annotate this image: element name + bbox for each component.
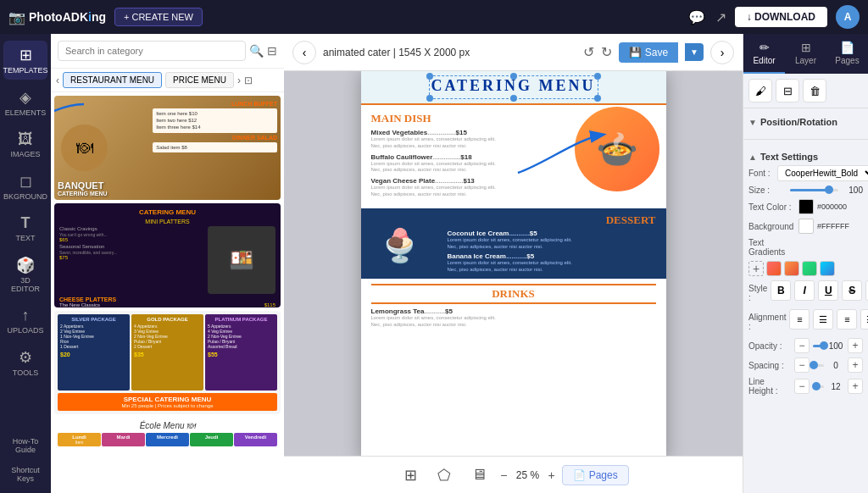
gradient-swatch-teal[interactable] <box>820 261 835 276</box>
tab-expand-button[interactable]: ⊡ <box>244 75 253 86</box>
background-color-swatch[interactable] <box>798 219 814 234</box>
opacity-slider[interactable] <box>813 345 824 347</box>
position-rotation-header[interactable]: ▼ Position/Rotation <box>748 114 863 130</box>
spacing-decrease-button[interactable]: − <box>794 357 810 373</box>
main-dish-items: Mixed Vegetables...............$15 Lorem… <box>371 129 541 198</box>
text-settings-header[interactable]: ▲ Text Settings <box>748 148 863 165</box>
user-avatar[interactable]: A <box>836 5 860 29</box>
undo-button[interactable]: ↺ <box>583 44 594 60</box>
tab-restaurant-menu[interactable]: RESTAURANT MENU <box>63 72 162 88</box>
create-new-button[interactable]: + CREATE NEW <box>114 8 203 26</box>
template-card-2[interactable]: CATERING MENU MINI PLATTERS Classic Crav… <box>54 203 281 307</box>
sidebar-label-tools: TOOLS <box>13 368 38 377</box>
zoom-value: 25 % <box>510 469 544 481</box>
spacing-slider[interactable] <box>813 364 824 367</box>
size-slider[interactable] <box>790 189 838 191</box>
sidebar-item-templates[interactable]: ⊞ TEMPLATES <box>3 41 47 80</box>
drinks-section: DRINKS Lemongrass Tea...........$5 Lorem… <box>361 279 666 334</box>
save-dropdown-button[interactable]: ▼ <box>685 43 704 61</box>
align-justify-button[interactable]: ☰ <box>860 309 868 330</box>
lasso-tool-button[interactable]: ⬠ <box>431 463 458 488</box>
sidebar-item-background[interactable]: ◻ BKGROUND <box>3 167 47 206</box>
align-center-button[interactable]: ☰ <box>813 309 833 330</box>
text-color-label: Text Color : <box>748 202 795 212</box>
sidebar-item-tools[interactable]: ⚙ TOOLS <box>3 343 47 382</box>
redo-button[interactable]: ↻ <box>601 44 612 60</box>
logo-icon: 📷 <box>8 9 25 25</box>
monitor-tool-button[interactable]: 🖥 <box>465 463 493 487</box>
position-rotation-section: ▼ Position/Rotation <box>743 108 868 136</box>
line-height-slider[interactable] <box>813 385 824 388</box>
background-color-row: Background #FFFFFF <box>748 219 863 234</box>
opacity-increase-button[interactable]: + <box>848 338 863 353</box>
search-input[interactable] <box>58 41 246 61</box>
sidebar-item-uploads[interactable]: ↑ UPLOADS <box>3 302 47 340</box>
gradient-swatch-orange[interactable] <box>784 261 799 276</box>
opacity-decrease-button[interactable]: − <box>794 338 810 353</box>
tab-layer[interactable]: ⊞ Layer <box>785 34 826 74</box>
delete-tool-button[interactable]: 🗑 <box>803 79 826 102</box>
how-to-guide[interactable]: How-To Guide <box>0 432 51 459</box>
canvas-document[interactable]: CATERING MENU MAIN DISH 🍲 <box>361 71 666 456</box>
editor-tab-label: Editor <box>753 56 775 65</box>
spacing-increase-button[interactable]: + <box>848 357 863 373</box>
canvas-toolbar: ‹ animated cater | 1545 X 2000 px ↺ ↻ 💾 … <box>284 34 743 71</box>
font-select[interactable]: CooperHewitt_Bold <box>777 165 868 181</box>
tab-prev-button[interactable]: ‹ <box>56 75 59 86</box>
gradient-add-button[interactable]: + <box>748 261 764 276</box>
pages-tab-icon: 📄 <box>840 41 854 54</box>
sidebar-item-text[interactable]: T TEXT <box>3 209 47 247</box>
line-height-decrease-button[interactable]: − <box>794 379 810 394</box>
pages-label: Pages <box>589 469 618 481</box>
search-button[interactable]: 🔍 <box>249 41 264 61</box>
italic-button[interactable]: I <box>794 280 815 301</box>
download-button[interactable]: ↓ DOWNLOAD <box>735 7 827 27</box>
main-layout: ⊞ TEMPLATES ◈ ELEMENTS 🖼 IMAGES ◻ BKGROU… <box>0 34 868 493</box>
align-right-button[interactable]: ≡ <box>837 309 857 330</box>
gradient-swatch-red[interactable] <box>766 261 782 276</box>
zoom-in-button[interactable]: + <box>548 468 554 482</box>
logo-text: PhotoADKing <box>29 10 106 24</box>
shortcut-keys[interactable]: Shortcut Keys <box>0 463 51 486</box>
tab-next-button[interactable]: › <box>237 75 241 86</box>
grid-toggle-button[interactable]: ⊟ <box>267 41 277 61</box>
bold-button[interactable]: B <box>771 280 791 301</box>
tab-pages[interactable]: 📄 Pages <box>826 34 868 74</box>
canvas-prev-button[interactable]: ‹ <box>292 41 316 64</box>
sidebar-item-images[interactable]: 🖼 IMAGES <box>3 125 47 163</box>
tools-icon: ⚙ <box>19 348 32 367</box>
chat-icon[interactable]: 💬 <box>688 9 705 25</box>
sidebar-label-templates: TEMPLATES <box>3 66 48 75</box>
spacing-row: Spacing : − 0 + <box>748 357 863 373</box>
tab-editor[interactable]: ✏ Editor <box>743 34 785 74</box>
gradient-swatch-green[interactable] <box>802 261 817 276</box>
pages-button[interactable]: 📄 Pages <box>562 465 629 485</box>
background-icon: ◻ <box>19 172 32 191</box>
align-left-button[interactable]: ≡ <box>789 309 810 330</box>
tab-price-menu[interactable]: PRICE MENU <box>165 72 234 88</box>
dessert-items: Coconut Ice Cream...........$5 Lorem ips… <box>448 230 656 274</box>
sidebar-item-elements[interactable]: ◈ ELEMENTS <box>3 83 47 122</box>
zoom-out-button[interactable]: − <box>500 468 507 482</box>
uploads-icon: ↑ <box>22 307 30 324</box>
save-button[interactable]: 💾 Save <box>619 42 678 63</box>
paint-tool-button[interactable]: 🖌 <box>748 79 772 102</box>
strikethrough-button[interactable]: S <box>842 280 862 301</box>
opacity-value: 100 <box>827 341 844 351</box>
template-card-4[interactable]: École Menu 🍽 Lundi Item Mardi Mercredi <box>54 418 281 490</box>
template-card-1[interactable]: 🍽 LUNCH BUFFET Item one here $10 Item tw… <box>54 96 281 200</box>
template-card-3[interactable]: SILVER PACKAGE 2 Appetizers 2 Veg Entree… <box>54 311 281 415</box>
template-grid: 🍽 LUNCH BUFFET Item one here $10 Item tw… <box>51 92 284 493</box>
share-icon[interactable]: ↗ <box>715 9 726 25</box>
opacity-row: Opacity : − 100 + <box>748 338 863 353</box>
text-color-swatch[interactable] <box>798 199 814 214</box>
sidebar-item-3deditor[interactable]: 🎲 3D EDITOR <box>3 251 47 298</box>
canvas-next-button[interactable]: › <box>710 41 734 64</box>
layers-tool-button[interactable]: ⊟ <box>776 79 799 102</box>
line-height-increase-button[interactable]: + <box>848 379 863 394</box>
opacity-label: Opacity : <box>748 341 791 351</box>
underline-button[interactable]: U <box>818 280 838 301</box>
style-label: Style : <box>748 284 767 302</box>
canvas-bottom-bar: ⊞ ⬠ 🖥 − 25 % + 📄 Pages <box>284 456 743 493</box>
windows-tool-button[interactable]: ⊞ <box>398 463 424 488</box>
